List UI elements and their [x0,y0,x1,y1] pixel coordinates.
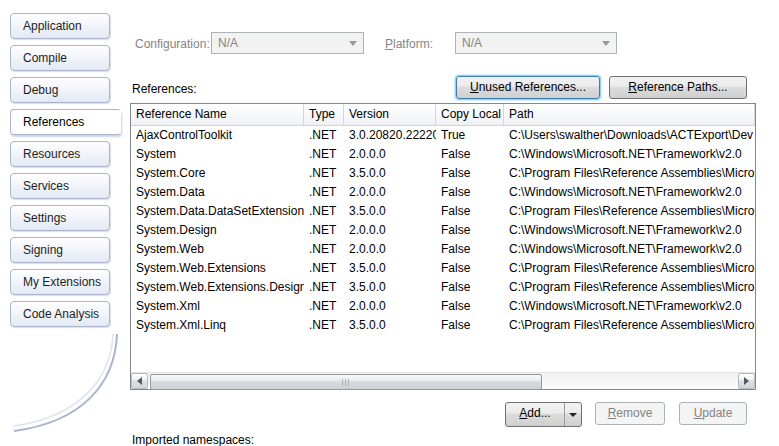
cell-type: .NET [304,240,344,259]
update-button[interactable]: Update [679,402,747,425]
cell-copy_local: False [436,240,504,259]
table-row[interactable]: System.Web.Extensions.NET3.5.0.0FalseC:\… [131,259,755,278]
cell-version: 3.5.0.0 [344,202,436,221]
cell-name: System.Web [131,240,304,259]
cell-name: System [131,145,304,164]
cell-copy_local: False [436,145,504,164]
cell-path: C:\Windows\Microsoft.NET\Framework\v2.0 [504,145,755,164]
cell-path: C:\Windows\Microsoft.NET\Framework\v2.0 [504,183,755,202]
cell-version: 3.5.0.0 [344,259,436,278]
cell-copy_local: False [436,164,504,183]
cell-version: 2.0.0.0 [344,145,436,164]
cell-copy_local: False [436,221,504,240]
table-row[interactable]: System.Data.DataSetExtensions.NET3.5.0.0… [131,202,755,221]
table-row[interactable]: System.Xml.Linq.NET3.5.0.0FalseC:\Progra… [131,316,755,335]
cell-path: C:\Program Files\Reference Assemblies\Mi… [504,316,755,335]
sidebar-item-references[interactable]: References [10,109,121,135]
scrollbar-thumb[interactable] [150,374,542,390]
add-split-button: Add... [505,402,582,427]
configuration-label: Configuration: [135,37,210,51]
chevron-down-icon [569,413,577,417]
column-header-path[interactable]: Path [504,104,755,125]
cell-version: 3.5.0.0 [344,164,436,183]
cell-type: .NET [304,126,344,145]
platform-value: N/A [462,36,482,50]
sidebar-tabs: ApplicationCompileDebugReferencesResourc… [10,13,122,327]
column-header-type[interactable]: Type [304,104,344,125]
scroll-left-button[interactable] [131,373,148,389]
platform-label: Platform: [385,37,433,51]
cell-type: .NET [304,259,344,278]
cell-copy_local: True [436,126,504,145]
cell-name: System.Design [131,221,304,240]
references-table-header: Reference NameTypeVersionCopy LocalPath [131,104,755,126]
cell-version: 3.5.0.0 [344,316,436,335]
cell-version: 3.0.20820.22220 [344,126,436,145]
imported-namespaces-label: Imported namespaces: [132,433,254,446]
cell-version: 3.5.0.0 [344,278,436,297]
column-header-copy-local[interactable]: Copy Local [436,104,504,125]
cell-path: C:\Windows\Microsoft.NET\Framework\v2.0 [504,297,755,316]
arrow-right-icon [744,377,749,385]
table-row[interactable]: System.Web.Extensions.Design.NET3.5.0.0F… [131,278,755,297]
scroll-right-button[interactable] [738,373,755,389]
sidebar-item-signing[interactable]: Signing [10,237,110,263]
horizontal-scrollbar[interactable] [131,372,755,389]
add-dropdown-button[interactable] [564,403,581,426]
sidebar-item-code-analysis[interactable]: Code Analysis [10,301,110,327]
column-header-reference-name[interactable]: Reference Name [131,104,304,125]
sidebar-item-debug[interactable]: Debug [10,77,110,103]
references-table-body: AjaxControlToolkit.NET3.0.20820.22220Tru… [131,126,755,374]
cell-type: .NET [304,278,344,297]
table-row[interactable]: System.NET2.0.0.0FalseC:\Windows\Microso… [131,145,755,164]
tabstrip-curve-decoration [10,332,122,438]
table-row[interactable]: AjaxControlToolkit.NET3.0.20820.22220Tru… [131,126,755,145]
references-section-label: References: [132,82,197,96]
cell-type: .NET [304,183,344,202]
unused-references-button[interactable]: Unused References... [456,76,600,99]
column-header-version[interactable]: Version [344,104,436,125]
cell-type: .NET [304,164,344,183]
arrow-left-icon [137,377,142,385]
chevron-down-icon [349,41,357,46]
project-properties-references-page: ApplicationCompileDebugReferencesResourc… [0,0,779,446]
chevron-down-icon [602,41,610,46]
sidebar-item-resources[interactable]: Resources [10,141,110,167]
sidebar-item-application[interactable]: Application [10,13,110,39]
cell-name: System.Core [131,164,304,183]
cell-name: System.Web.Extensions.Design [131,278,304,297]
cell-version: 2.0.0.0 [344,240,436,259]
sidebar-item-settings[interactable]: Settings [10,205,110,231]
cell-name: System.Data [131,183,304,202]
reference-paths-button[interactable]: Reference Paths... [609,76,747,99]
configuration-dropdown[interactable]: N/A [211,32,364,54]
cell-type: .NET [304,297,344,316]
cell-path: C:\Users\swalther\Downloads\ACTExport\De… [504,126,755,145]
remove-button[interactable]: Remove [595,402,665,425]
configuration-value: N/A [218,36,238,50]
scrollbar-grip-icon [342,379,351,386]
sidebar-item-my-extensions[interactable]: My Extensions [10,269,110,295]
table-row[interactable]: System.Xml.NET2.0.0.0FalseC:\Windows\Mic… [131,297,755,316]
cell-name: System.Xml [131,297,304,316]
cell-copy_local: False [436,297,504,316]
sidebar-item-compile[interactable]: Compile [10,45,110,71]
cell-path: C:\Program Files\Reference Assemblies\Mi… [504,164,755,183]
table-row[interactable]: System.Core.NET3.5.0.0FalseC:\Program Fi… [131,164,755,183]
table-row[interactable]: System.Web.NET2.0.0.0FalseC:\Windows\Mic… [131,240,755,259]
cell-copy_local: False [436,183,504,202]
cell-path: C:\Program Files\Reference Assemblies\Mi… [504,202,755,221]
add-button[interactable]: Add... [506,403,564,426]
cell-name: System.Data.DataSetExtensions [131,202,304,221]
cell-path: C:\Program Files\Reference Assemblies\Mi… [504,259,755,278]
sidebar-item-services[interactable]: Services [10,173,110,199]
cell-name: System.Web.Extensions [131,259,304,278]
cell-path: C:\Windows\Microsoft.NET\Framework\v2.0 [504,221,755,240]
cell-name: AjaxControlToolkit [131,126,304,145]
table-row[interactable]: System.Data.NET2.0.0.0FalseC:\Windows\Mi… [131,183,755,202]
cell-path: C:\Program Files\Reference Assemblies\Mi… [504,278,755,297]
platform-dropdown[interactable]: N/A [455,32,617,54]
cell-version: 2.0.0.0 [344,297,436,316]
table-row[interactable]: System.Design.NET2.0.0.0FalseC:\Windows\… [131,221,755,240]
cell-copy_local: False [436,316,504,335]
